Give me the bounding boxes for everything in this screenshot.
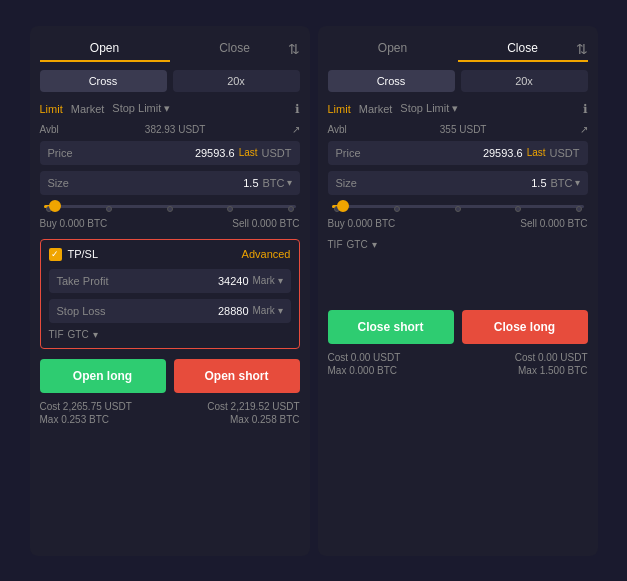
tpsl-label: TP/SL bbox=[68, 248, 99, 260]
right-size-currency: BTC bbox=[551, 177, 573, 189]
close-long-button[interactable]: Close long bbox=[462, 310, 588, 344]
tab-sort-icon: ⇅ bbox=[288, 41, 300, 57]
slider-dot-4 bbox=[288, 206, 294, 212]
right-price-currency: USDT bbox=[550, 147, 580, 159]
limit-type[interactable]: Limit bbox=[40, 103, 63, 115]
size-label: Size bbox=[48, 177, 244, 189]
price-currency: USDT bbox=[262, 147, 292, 159]
tif-label: TIF bbox=[49, 329, 64, 340]
right-tab-close[interactable]: Close bbox=[458, 36, 588, 62]
stop-limit-type[interactable]: Stop Limit ▾ bbox=[112, 102, 170, 115]
right-cost-long-label: Cost 0.00 USDT bbox=[515, 352, 588, 363]
price-value: 29593.6 bbox=[195, 147, 235, 159]
cost-short-max: Max 0.258 BTC bbox=[207, 414, 299, 425]
right-slider-dot-4 bbox=[576, 206, 582, 212]
right-cost-row: Cost 0.00 USDT Max 0.000 BTC Cost 0.00 U… bbox=[328, 352, 588, 378]
size-currency: BTC bbox=[263, 177, 285, 189]
stop-loss-type[interactable]: Mark ▾ bbox=[253, 305, 283, 316]
right-slider-dot-1 bbox=[394, 206, 400, 212]
right-cross-button[interactable]: Cross bbox=[328, 70, 455, 92]
right-info-icon[interactable]: ℹ bbox=[583, 102, 588, 116]
tif-value[interactable]: GTC bbox=[68, 329, 89, 340]
cost-long-max: Max 0.253 BTC bbox=[40, 414, 132, 425]
left-tab-open[interactable]: Open bbox=[40, 36, 170, 62]
right-buy-label: Buy 0.000 BTC bbox=[328, 218, 396, 229]
right-cost-long-max: Max 1.500 BTC bbox=[515, 365, 588, 376]
right-cost-short-label: Cost 0.00 USDT bbox=[328, 352, 401, 363]
right-size-value: 1.5 bbox=[531, 177, 546, 189]
sell-label: Sell 0.000 BTC bbox=[232, 218, 299, 229]
avbl-label: Avbl bbox=[40, 124, 59, 135]
stop-loss-label: Stop Loss bbox=[57, 305, 218, 317]
cost-short-label: Cost 2,219.52 USDT bbox=[207, 401, 299, 412]
right-size-row[interactable]: Size 1.5 BTC ▾ bbox=[328, 171, 588, 195]
right-cost-short: Cost 0.00 USDT Max 0.000 BTC bbox=[328, 352, 401, 378]
right-slider-dot-2 bbox=[455, 206, 461, 212]
right-order-types-row: Limit Market Stop Limit ▾ ℹ bbox=[328, 102, 588, 116]
right-stop-limit-type[interactable]: Stop Limit ▾ bbox=[400, 102, 458, 115]
open-short-button[interactable]: Open short bbox=[174, 359, 300, 393]
right-avbl-row: Avbl 355 USDT ↗ bbox=[328, 124, 588, 135]
avbl-value: 382.93 USDT bbox=[145, 124, 206, 135]
right-avbl-value: 355 USDT bbox=[440, 124, 487, 135]
stop-loss-value: 28880 bbox=[218, 305, 249, 317]
price-label: Price bbox=[48, 147, 195, 159]
tpsl-checkbox[interactable]: ✓ bbox=[49, 248, 62, 261]
left-tab-close[interactable]: Close bbox=[170, 36, 300, 62]
leverage-button[interactable]: 20x bbox=[173, 70, 300, 92]
avbl-icon: ↗ bbox=[292, 124, 300, 135]
slider-dot-3 bbox=[227, 206, 233, 212]
tpsl-section: ✓ TP/SL Advanced Take Profit 34240 Mark … bbox=[40, 239, 300, 349]
left-cost-row: Cost 2,265.75 USDT Max 0.253 BTC Cost 2,… bbox=[40, 401, 300, 427]
left-action-buttons: Open long Open short bbox=[40, 359, 300, 393]
buy-sell-row: Buy 0.000 BTC Sell 0.000 BTC bbox=[40, 218, 300, 229]
left-cost-short: Cost 2,219.52 USDT Max 0.258 BTC bbox=[207, 401, 299, 427]
right-tab-open[interactable]: Open bbox=[328, 36, 458, 62]
right-price-row[interactable]: Price 29593.6 Last USDT bbox=[328, 141, 588, 165]
right-slider[interactable] bbox=[328, 205, 588, 208]
left-slider[interactable] bbox=[40, 205, 300, 208]
right-size-dropdown[interactable]: ▾ bbox=[575, 177, 580, 188]
left-panel: Open Close ⇅ Cross 20x Limit Market Stop… bbox=[30, 26, 310, 556]
right-leverage-button[interactable]: 20x bbox=[461, 70, 588, 92]
right-sell-label: Sell 0.000 BTC bbox=[520, 218, 587, 229]
right-buy-sell-row: Buy 0.000 BTC Sell 0.000 BTC bbox=[328, 218, 588, 229]
order-types-row: Limit Market Stop Limit ▾ ℹ bbox=[40, 102, 300, 116]
right-avbl-icon: ↗ bbox=[580, 124, 588, 135]
checkmark-icon: ✓ bbox=[51, 249, 59, 259]
right-tab-sort-icon: ⇅ bbox=[576, 41, 588, 57]
right-tif-value[interactable]: GTC bbox=[347, 239, 368, 250]
take-profit-type[interactable]: Mark ▾ bbox=[253, 275, 283, 286]
right-slider-dot-3 bbox=[515, 206, 521, 212]
left-size-row[interactable]: Size 1.5 BTC ▾ bbox=[40, 171, 300, 195]
size-value: 1.5 bbox=[243, 177, 258, 189]
right-mode-row: Cross 20x bbox=[328, 70, 588, 92]
cost-long-label: Cost 2,265.75 USDT bbox=[40, 401, 132, 412]
cross-button[interactable]: Cross bbox=[40, 70, 167, 92]
take-profit-row[interactable]: Take Profit 34240 Mark ▾ bbox=[49, 269, 291, 293]
right-cost-long: Cost 0.00 USDT Max 1.500 BTC bbox=[515, 352, 588, 378]
take-profit-label: Take Profit bbox=[57, 275, 218, 287]
take-profit-value: 34240 bbox=[218, 275, 249, 287]
advanced-link[interactable]: Advanced bbox=[242, 248, 291, 260]
right-action-buttons: Close short Close long bbox=[328, 310, 588, 344]
price-last: Last bbox=[239, 147, 258, 158]
info-icon[interactable]: ℹ bbox=[295, 102, 300, 116]
market-type[interactable]: Market bbox=[71, 103, 105, 115]
buy-label: Buy 0.000 BTC bbox=[40, 218, 108, 229]
right-cost-short-max: Max 0.000 BTC bbox=[328, 365, 401, 376]
left-price-row[interactable]: Price 29593.6 Last USDT bbox=[40, 141, 300, 165]
stop-loss-row[interactable]: Stop Loss 28880 Mark ▾ bbox=[49, 299, 291, 323]
size-dropdown[interactable]: ▾ bbox=[287, 177, 292, 188]
close-short-button[interactable]: Close short bbox=[328, 310, 454, 344]
slider-dot-2 bbox=[167, 206, 173, 212]
tif-dropdown[interactable]: ▾ bbox=[93, 329, 98, 340]
right-limit-type[interactable]: Limit bbox=[328, 103, 351, 115]
right-market-type[interactable]: Market bbox=[359, 103, 393, 115]
open-long-button[interactable]: Open long bbox=[40, 359, 166, 393]
tpsl-header: ✓ TP/SL Advanced bbox=[49, 248, 291, 261]
left-mode-row: Cross 20x bbox=[40, 70, 300, 92]
left-cost-long: Cost 2,265.75 USDT Max 0.253 BTC bbox=[40, 401, 132, 427]
left-tab-bar: Open Close ⇅ bbox=[40, 36, 300, 62]
right-tif-dropdown[interactable]: ▾ bbox=[372, 239, 377, 250]
